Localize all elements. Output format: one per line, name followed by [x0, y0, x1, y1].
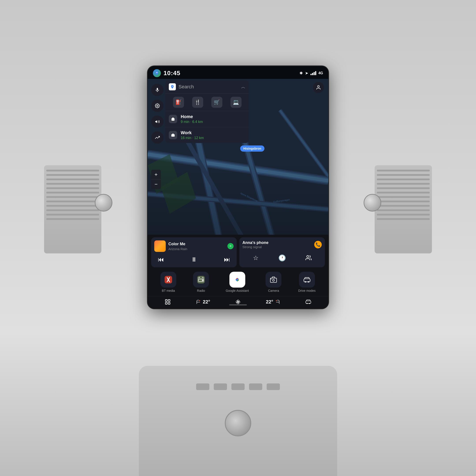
right-temp-value: 22° [266, 299, 273, 305]
work-dest-icon [169, 131, 177, 139]
phone-signal: Strong signal [242, 245, 268, 249]
category-services[interactable]: 💻 [231, 97, 241, 108]
screen-handle [229, 304, 247, 306]
profile-button[interactable] [313, 82, 324, 93]
svg-point-29 [307, 256, 309, 258]
svg-rect-50 [165, 302, 167, 304]
svg-rect-20 [157, 88, 158, 90]
bottom-console [139, 366, 337, 476]
destination-home[interactable]: Home 9 min · 6.4 km [165, 111, 249, 127]
zoom-out-button[interactable]: − [151, 179, 161, 189]
microphone-button[interactable] [151, 84, 164, 96]
category-shopping[interactable]: 🛒 [211, 97, 222, 108]
grid-button[interactable] [165, 299, 171, 305]
dock-radio[interactable]: Radio [193, 272, 209, 292]
svg-point-47 [308, 281, 309, 283]
svg-point-52 [199, 300, 200, 301]
knob-right[interactable] [364, 194, 381, 212]
maps-app-icon [153, 69, 161, 77]
main-screen: Göteborg Norra Sörgaterna Gullbergsvägen… [148, 66, 328, 308]
svg-point-39 [236, 279, 237, 280]
bluetooth-icon: ✱ [300, 71, 303, 76]
svg-point-34 [202, 280, 203, 281]
phone-header: Anna's phone Strong signal 📞 [242, 240, 322, 249]
media-card[interactable]: Color Me Arizona Rain [151, 237, 237, 267]
next-button[interactable]: ⏭ [222, 255, 232, 264]
search-input-label[interactable]: Search [178, 84, 238, 90]
navigation-mode-button[interactable] [151, 131, 164, 144]
left-sidebar [151, 84, 164, 144]
dock-bt-media[interactable]: BT media [160, 272, 176, 292]
zoom-in-button[interactable]: + [151, 170, 161, 179]
search-collapse-icon[interactable]: ︿ [241, 84, 245, 90]
contacts-button[interactable] [303, 252, 314, 263]
nav-pin-label: Hisingsbron [240, 145, 264, 152]
phone-card[interactable]: Anna's phone Strong signal 📞 ☆ 🕐 [239, 237, 325, 267]
category-food[interactable]: 🍴 [192, 97, 203, 108]
svg-point-36 [237, 278, 238, 279]
svg-point-27 [318, 85, 319, 87]
left-seat-temp[interactable]: 22° [196, 299, 210, 305]
signal-bars [310, 71, 316, 75]
svg-point-57 [309, 303, 310, 304]
zoom-controls: + − [151, 170, 161, 189]
svg-rect-51 [168, 302, 170, 304]
drive-modes-icon [299, 272, 315, 288]
media-info: Color Me Arizona Rain [168, 242, 187, 251]
car-interior: Göteborg Norra Sörgaterna Gullbergsvägen… [0, 0, 476, 476]
svg-point-25 [172, 86, 173, 87]
dock-google-assistant[interactable]: Google Assistant [226, 272, 249, 292]
phone-name: Anna's phone [242, 240, 268, 245]
google-assistant-icon [229, 272, 245, 288]
svg-rect-48 [165, 300, 167, 302]
bottom-section: Color Me Arizona Rain [148, 235, 328, 308]
radio-icon [193, 272, 209, 288]
app-dock: BT media Radio [148, 270, 328, 296]
dock-drive-modes[interactable]: Drive modes [298, 272, 316, 292]
drive-modes-label: Drive modes [298, 289, 316, 292]
album-art [154, 240, 166, 252]
home-dest-info: Home 9 min · 6.4 km [181, 114, 245, 124]
camera-icon [266, 272, 281, 288]
media-header: Color Me Arizona Rain [154, 240, 234, 252]
media-title: Color Me [168, 242, 187, 246]
home-dest-detail: 9 min · 6.4 km [181, 120, 245, 124]
climate-bar: 22° 22° [148, 296, 328, 308]
svg-point-28 [229, 245, 232, 247]
category-row: ⛽ 🍴 🛒 💻 [165, 94, 249, 111]
recent-calls-button[interactable]: 🕐 [277, 252, 288, 263]
knob-left[interactable] [95, 194, 112, 212]
right-seat-temp[interactable]: 22° [266, 299, 280, 305]
search-maps-icon [169, 83, 176, 90]
volume-button[interactable] [151, 116, 164, 128]
cards-row: Color Me Arizona Rain [148, 235, 328, 270]
search-bar[interactable]: Search ︿ [165, 80, 249, 94]
car-overview-button[interactable] [305, 299, 311, 305]
nav-pin: Hisingsbron [240, 145, 264, 152]
fan-button[interactable] [235, 299, 241, 305]
favorites-button[interactable]: ☆ [250, 252, 261, 263]
svg-point-38 [237, 281, 238, 281]
bt-media-icon [160, 272, 176, 288]
pause-button[interactable]: ⏸ [189, 255, 199, 264]
svg-rect-49 [168, 300, 170, 302]
svg-point-46 [305, 281, 306, 283]
phone-info: Anna's phone Strong signal [242, 240, 268, 249]
svg-point-37 [238, 279, 239, 280]
camera-label: Camera [268, 289, 279, 292]
dock-camera[interactable]: Camera [266, 272, 281, 292]
svg-point-54 [276, 300, 277, 301]
phone-actions: ☆ 🕐 [242, 252, 322, 263]
work-dest-info: Work 16 min · 12 km [181, 130, 245, 140]
category-gas[interactable]: ⛽ [173, 97, 184, 108]
search-panel: Search ︿ ⛽ 🍴 🛒 💻 [165, 80, 249, 143]
google-assistant-label: Google Assistant [226, 289, 249, 292]
settings-button[interactable] [151, 100, 164, 112]
svg-point-19 [156, 72, 158, 73]
prev-button[interactable]: ⏮ [156, 255, 166, 264]
console-dial[interactable] [225, 410, 251, 436]
work-dest-name: Work [181, 130, 245, 135]
media-artist: Arizona Rain [168, 247, 187, 251]
home-dest-name: Home [181, 114, 245, 119]
destination-work[interactable]: Work 16 min · 12 km [165, 127, 249, 143]
